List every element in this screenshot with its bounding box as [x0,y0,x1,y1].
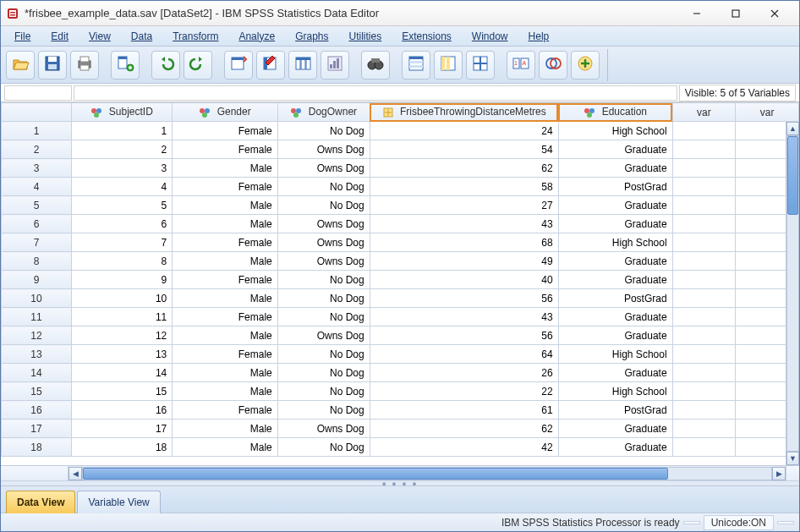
row-header[interactable]: 4 [2,178,72,196]
cell[interactable]: Owns Dog [277,215,370,233]
variables-button[interactable] [288,51,317,80]
cell[interactable]: Male [173,326,277,345]
column-header-gender[interactable]: Gender [173,103,277,122]
row-header[interactable]: 6 [2,215,72,233]
row-header[interactable]: 18 [2,438,72,457]
cell[interactable] [672,401,736,420]
corner-cell[interactable] [2,103,72,122]
cell[interactable]: 18 [71,438,172,457]
menu-transform[interactable]: Transform [162,29,228,44]
cell[interactable] [672,178,736,196]
find-button[interactable] [361,51,390,80]
cell[interactable] [672,420,736,438]
cell[interactable] [672,382,736,401]
cell[interactable]: 17 [71,420,172,438]
use-sets-button[interactable] [539,51,567,80]
save-button[interactable] [38,51,67,80]
row-header[interactable]: 14 [2,364,72,382]
cell[interactable]: Owns Dog [277,140,370,159]
menu-graphs[interactable]: Graphs [285,29,338,44]
cell[interactable]: PostGrad [558,401,672,420]
cell[interactable]: 61 [370,401,558,420]
cell[interactable]: 14 [71,364,172,382]
cell[interactable]: Male [173,215,277,233]
row-header[interactable]: 13 [2,345,72,364]
cell[interactable]: No Dog [277,345,370,364]
cell[interactable]: 42 [370,438,558,457]
cell[interactable]: Graduate [558,140,672,159]
cell[interactable]: No Dog [277,196,370,215]
scroll-down-arrow-icon[interactable]: ▼ [786,452,799,465]
cell[interactable]: PostGrad [558,178,672,196]
cell[interactable]: 1 [71,122,172,140]
cell[interactable]: Male [173,196,277,215]
cell[interactable]: Male [173,252,277,271]
vertical-scrollbar[interactable]: ▲ ▼ [786,122,799,465]
row-header[interactable]: 8 [2,252,72,271]
scroll-left-arrow-icon[interactable]: ◀ [68,467,82,480]
cell[interactable]: Graduate [558,271,672,289]
cell[interactable]: 40 [370,271,558,289]
cell[interactable]: Female [173,271,277,289]
scroll-right-arrow-icon[interactable]: ▶ [772,467,786,480]
insert-variable-button[interactable] [434,51,463,80]
menu-data[interactable]: Data [121,29,162,44]
row-header[interactable]: 17 [2,420,72,438]
row-header[interactable]: 10 [2,289,72,308]
close-button[interactable] [755,2,794,25]
cell[interactable]: Male [173,438,277,457]
menu-window[interactable]: Window [462,29,518,44]
cell[interactable]: Graduate [558,196,672,215]
cell[interactable]: Female [173,140,277,159]
value-labels-button[interactable]: 1A [507,51,535,80]
cell[interactable]: High School [558,122,672,140]
menu-extensions[interactable]: Extensions [392,29,462,44]
cell[interactable]: No Dog [277,382,370,401]
scroll-up-arrow-icon[interactable]: ▲ [786,122,799,135]
cell[interactable]: Female [173,345,277,364]
cell[interactable]: Male [173,364,277,382]
cell[interactable]: PostGrad [558,289,672,308]
cell[interactable] [672,122,736,140]
row-header[interactable]: 9 [2,271,72,289]
cell[interactable]: Female [173,178,277,196]
open-file-button[interactable] [6,51,35,80]
cell[interactable]: 43 [370,215,558,233]
cell[interactable]: 11 [71,308,172,326]
cell[interactable]: 58 [370,178,558,196]
row-header[interactable]: 12 [2,326,72,345]
run-descriptives-button[interactable] [321,51,349,80]
column-header-dogowner[interactable]: DogOwner [277,103,370,122]
cell[interactable]: Graduate [558,159,672,178]
cell[interactable]: Owns Dog [277,233,370,252]
cell[interactable]: 49 [370,252,558,271]
cell[interactable]: 8 [71,252,172,271]
recall-dialog-button[interactable] [111,51,140,80]
cell[interactable]: Male [173,382,277,401]
cell[interactable]: Male [173,289,277,308]
cell[interactable] [672,364,736,382]
row-header[interactable]: 16 [2,401,72,420]
row-header[interactable]: 3 [2,159,72,178]
print-button[interactable] [70,51,99,80]
insert-cases-button[interactable] [402,51,430,80]
cell[interactable]: Male [173,420,277,438]
cell[interactable] [672,196,736,215]
cell[interactable]: Graduate [558,252,672,271]
menu-file[interactable]: File [4,29,41,44]
cell[interactable]: 4 [71,178,172,196]
tab-variable-view[interactable]: Variable View [77,491,160,513]
cell[interactable]: 6 [71,215,172,233]
cell[interactable]: Graduate [558,438,672,457]
cell[interactable]: High School [558,233,672,252]
maximize-button[interactable] [716,2,755,25]
cell[interactable] [672,345,736,364]
row-header[interactable]: 2 [2,140,72,159]
cell[interactable]: High School [558,345,672,364]
cell[interactable]: 68 [370,233,558,252]
formula-bar[interactable] [74,85,677,101]
cell[interactable]: No Dog [277,271,370,289]
row-header[interactable]: 11 [2,308,72,326]
column-header-subjectid[interactable]: SubjectID [71,103,172,122]
cell[interactable]: Graduate [558,364,672,382]
